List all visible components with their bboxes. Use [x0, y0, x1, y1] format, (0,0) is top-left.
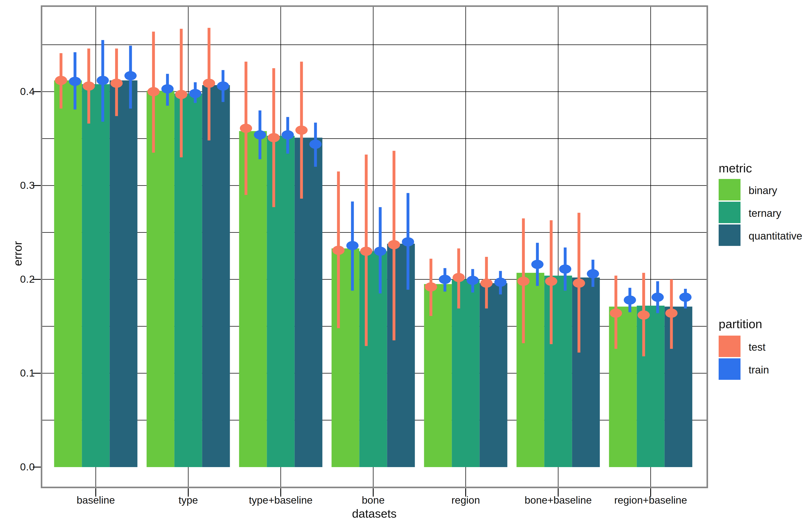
y-tick-label: 0.0 — [4, 461, 35, 473]
legend-label-train: train — [749, 364, 769, 376]
legend-metric-title: metric — [719, 161, 752, 175]
y-axis-title: error — [11, 232, 24, 276]
legend-swatch-test — [719, 336, 741, 357]
y-tick-label: 0.1 — [4, 367, 35, 379]
legend-label-quantitative: quantitative — [749, 230, 803, 242]
legend-label-binary: binary — [749, 184, 777, 197]
legend-swatch-train — [719, 358, 741, 380]
figure: 0.0 0.1 0.2 0.3 0.4 baseline type type+b… — [0, 0, 812, 522]
legend-swatch-ternary — [719, 202, 741, 223]
legend-swatch-quantitative — [719, 224, 741, 246]
legend-swatch-binary — [719, 179, 741, 200]
chart-canvas — [0, 0, 812, 522]
legend-label-ternary: ternary — [749, 207, 781, 219]
x-tick-label: region+baseline — [594, 494, 708, 506]
y-tick-label: 0.3 — [4, 179, 35, 191]
x-axis-title: datasets — [352, 507, 397, 520]
legend-partition-title: partition — [719, 317, 762, 331]
y-tick-label: 0.4 — [4, 85, 35, 97]
legend-label-test: test — [749, 341, 766, 353]
